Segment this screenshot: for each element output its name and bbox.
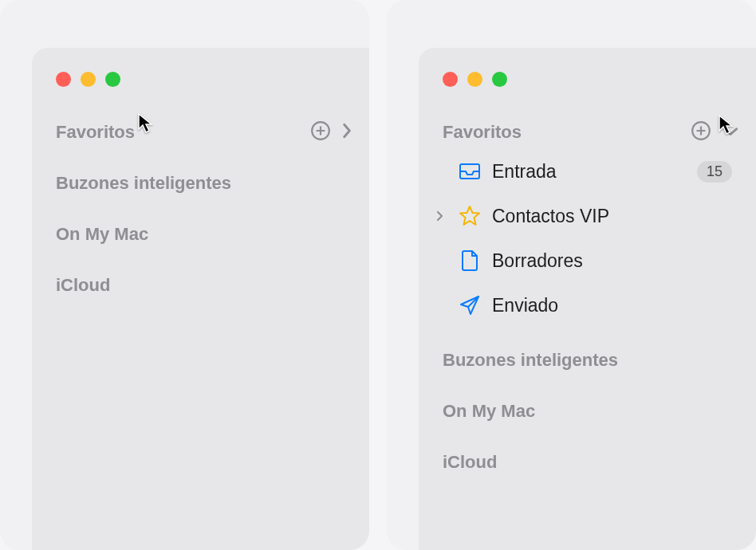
section-header-smart[interactable]: Buzones inteligentes [32, 171, 369, 195]
maximize-button[interactable] [105, 72, 120, 87]
section-title: On My Mac [443, 401, 535, 422]
mailbox-label: Entrada [492, 161, 686, 183]
sidebar-collapsed-panel: Favoritos Buzones inteligentes On My Mac… [0, 0, 369, 550]
paper-plane-icon [459, 294, 481, 316]
minimize-button[interactable] [467, 72, 482, 87]
traffic-lights [32, 72, 369, 87]
favorites-list: Entrada 15 Contactos VIP Borradores [419, 152, 756, 324]
section-header-icloud[interactable]: iCloud [32, 273, 369, 297]
svg-marker-6 [460, 206, 479, 225]
mailbox-vip[interactable]: Contactos VIP [431, 197, 738, 235]
inbox-icon [459, 160, 481, 183]
section-title: On My Mac [56, 224, 148, 245]
maximize-button[interactable] [492, 72, 507, 87]
section-title: Favoritos [443, 122, 522, 143]
mailbox-inbox[interactable]: Entrada 15 [431, 152, 738, 191]
section-header-smart[interactable]: Buzones inteligentes [419, 348, 756, 372]
section-header-onmymac[interactable]: On My Mac [32, 222, 369, 246]
add-icon[interactable] [310, 120, 331, 144]
section-header-onmymac[interactable]: On My Mac [419, 399, 756, 423]
mailbox-label: Enviado [492, 295, 732, 316]
section-title: Buzones inteligentes [56, 173, 231, 194]
traffic-lights [419, 72, 756, 87]
section-title: iCloud [443, 452, 497, 473]
section-actions [310, 120, 352, 144]
unread-badge: 15 [697, 161, 732, 183]
section-header-icloud[interactable]: iCloud [419, 450, 756, 474]
disclosure-toggle[interactable] [431, 210, 447, 222]
mail-window-left: Favoritos Buzones inteligentes On My Mac… [32, 48, 369, 550]
section-title: Buzones inteligentes [443, 350, 618, 371]
add-icon[interactable] [691, 120, 711, 144]
document-icon [459, 249, 481, 272]
close-button[interactable] [56, 72, 71, 87]
star-icon [459, 205, 481, 227]
chevron-down-icon[interactable] [723, 125, 738, 139]
mailbox-sent[interactable]: Enviado [431, 286, 738, 324]
mailbox-label: Borradores [492, 250, 732, 272]
section-header-favorites[interactable]: Favoritos [419, 120, 756, 144]
sidebar-expanded-panel: Favoritos Entrada 15 [387, 0, 756, 550]
section-header-favorites[interactable]: Favoritos [32, 120, 369, 144]
section-title: iCloud [56, 275, 110, 296]
section-title: Favoritos [56, 122, 135, 143]
section-actions [691, 120, 738, 144]
chevron-right-icon[interactable] [342, 123, 352, 142]
mail-window-right: Favoritos Entrada 15 [419, 48, 756, 550]
minimize-button[interactable] [81, 72, 96, 87]
close-button[interactable] [443, 72, 458, 87]
mailbox-drafts[interactable]: Borradores [431, 242, 738, 280]
mailbox-label: Contactos VIP [492, 206, 732, 227]
